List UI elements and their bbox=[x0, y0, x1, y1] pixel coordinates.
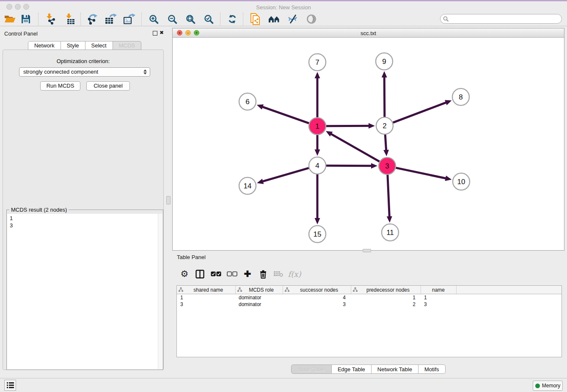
delete-table-icon[interactable] bbox=[271, 267, 286, 281]
select-all-rows-icon[interactable] bbox=[209, 267, 223, 281]
export-image-icon[interactable] bbox=[121, 12, 138, 26]
first-neighbors-icon[interactable] bbox=[266, 12, 282, 26]
table-cell[interactable]: dominator bbox=[235, 301, 283, 308]
tab-mcds[interactable]: MCDS bbox=[113, 41, 141, 50]
column-header-label: predecessor nodes bbox=[358, 287, 419, 293]
criterion-dropdown[interactable]: strongly connected component bbox=[19, 67, 150, 77]
save-session-icon[interactable] bbox=[18, 12, 34, 26]
column-header-successor-nodes[interactable]: successor nodes bbox=[283, 286, 351, 294]
graph-node-label: 11 bbox=[386, 229, 394, 237]
column-header-shared-name[interactable]: shared name bbox=[177, 286, 235, 294]
graph-edge-1-6[interactable] bbox=[261, 107, 309, 123]
import-network-icon[interactable] bbox=[42, 12, 58, 26]
table-row[interactable]: 1dominator411 bbox=[177, 294, 562, 301]
graph-node-label: 15 bbox=[314, 230, 322, 238]
deselect-all-rows-icon[interactable] bbox=[225, 267, 239, 281]
network-window-titlebar[interactable]: × − + scc.txt bbox=[173, 28, 564, 38]
table-settings-icon[interactable]: ⚙ bbox=[177, 267, 192, 281]
graph-node-label: 14 bbox=[244, 182, 252, 190]
result-scrollbar[interactable] bbox=[158, 214, 162, 369]
graph-edge-2-8[interactable] bbox=[393, 102, 447, 122]
edge-arrowhead bbox=[257, 179, 264, 184]
table-row[interactable]: 3dominator323 bbox=[177, 301, 562, 308]
dropdown-stepper-icon bbox=[142, 69, 148, 75]
import-table-icon[interactable] bbox=[62, 12, 78, 26]
control-panel-tabs: Network Style Select MCDS bbox=[0, 41, 169, 50]
mcds-result-area[interactable]: 1 3 bbox=[7, 214, 162, 369]
vertical-splitter-handle[interactable] bbox=[166, 196, 171, 204]
tab-node-table[interactable]: Node Table bbox=[291, 364, 332, 374]
open-file-icon[interactable] bbox=[2, 12, 18, 26]
refresh-icon[interactable] bbox=[224, 12, 240, 26]
search-input[interactable] bbox=[451, 15, 561, 23]
column-header-label: MCDS role bbox=[242, 287, 281, 293]
graph-edge-4-14[interactable] bbox=[262, 168, 309, 182]
create-column-icon[interactable]: ✚ bbox=[240, 267, 255, 281]
graph-edge-1-2[interactable] bbox=[326, 126, 370, 126]
graph-edge-3-11[interactable] bbox=[388, 175, 390, 218]
control-panel: Control Panel ✖ Network Style Select MCD… bbox=[0, 26, 169, 378]
zoom-out-icon[interactable] bbox=[164, 12, 180, 26]
close-panel-icon[interactable]: ✖ bbox=[160, 30, 164, 35]
memory-button[interactable]: Memory bbox=[533, 381, 563, 391]
edge-arrowhead bbox=[445, 176, 451, 181]
hide-selected-icon[interactable] bbox=[285, 12, 301, 26]
table-cell[interactable]: 3 bbox=[177, 301, 235, 308]
tab-edge-table[interactable]: Edge Table bbox=[332, 364, 372, 374]
criterion-value: strongly connected component bbox=[23, 68, 142, 76]
edge-arrowhead bbox=[315, 72, 320, 78]
tab-network-table[interactable]: Network Table bbox=[372, 364, 418, 374]
float-panel-icon[interactable] bbox=[153, 31, 157, 36]
export-network-icon[interactable] bbox=[84, 12, 100, 26]
task-history-button[interactable] bbox=[4, 380, 16, 391]
toolbar-separator bbox=[243, 13, 243, 25]
edge-arrowhead bbox=[369, 123, 375, 129]
table-cell[interactable]: 3 bbox=[421, 301, 456, 308]
table-cell[interactable]: 3 bbox=[283, 301, 351, 308]
graph-edge-2-9[interactable] bbox=[384, 76, 385, 117]
edge-arrowhead bbox=[315, 149, 320, 156]
tab-select[interactable]: Select bbox=[85, 41, 113, 50]
table-cell[interactable]: 1 bbox=[177, 294, 235, 301]
column-header-name[interactable]: name bbox=[421, 286, 456, 294]
zoom-in-icon[interactable] bbox=[146, 12, 162, 26]
edge-arrowhead bbox=[382, 71, 387, 77]
show-all-icon[interactable] bbox=[303, 12, 319, 26]
table-cell-filler bbox=[456, 301, 562, 308]
graph-edge-3-1[interactable] bbox=[330, 133, 379, 161]
show-columns-icon[interactable] bbox=[193, 267, 207, 281]
graph-edge-3-10[interactable] bbox=[396, 168, 447, 178]
graph-edge-4-3[interactable] bbox=[326, 166, 372, 166]
mcds-result-title: MCDS result (2 nodes) bbox=[9, 207, 69, 213]
table-cell[interactable]: 4 bbox=[283, 294, 351, 301]
close-panel-button[interactable]: Close panel bbox=[86, 81, 130, 91]
delete-column-icon[interactable] bbox=[256, 267, 270, 281]
window-title: Session: New Session bbox=[0, 4, 567, 11]
run-mcds-button[interactable]: Run MCDS bbox=[40, 81, 80, 91]
zoom-fit-icon[interactable] bbox=[182, 12, 198, 26]
toolbar-separator bbox=[38, 13, 39, 25]
horizontal-splitter-handle[interactable] bbox=[363, 249, 371, 252]
tab-style[interactable]: Style bbox=[61, 41, 85, 50]
edge-arrowhead bbox=[387, 216, 392, 223]
zoom-selected-icon[interactable] bbox=[201, 12, 217, 26]
table-cell-filler bbox=[456, 294, 562, 301]
edge-arrowhead bbox=[257, 104, 264, 109]
function-builder-icon[interactable]: f(x) bbox=[287, 267, 302, 281]
tab-motifs[interactable]: Motifs bbox=[418, 364, 446, 374]
graph-edge-2-3[interactable] bbox=[385, 135, 386, 151]
mcds-result-group: MCDS result (2 nodes) 1 3 bbox=[6, 210, 163, 370]
column-header-MCDS-role[interactable]: MCDS role bbox=[235, 286, 283, 294]
network-canvas[interactable]: 7968124314101511 bbox=[173, 38, 564, 251]
column-header-predecessor-nodes[interactable]: predecessor nodes bbox=[351, 286, 421, 294]
table-cell[interactable]: 1 bbox=[351, 294, 421, 301]
copy-network-icon[interactable] bbox=[247, 12, 263, 26]
graph-node-label: 3 bbox=[385, 162, 389, 170]
tab-network[interactable]: Network bbox=[28, 41, 61, 50]
table-cell[interactable]: dominator bbox=[235, 294, 283, 301]
column-type-icon bbox=[179, 287, 183, 292]
export-table-icon[interactable] bbox=[103, 12, 119, 26]
table-cell[interactable]: 2 bbox=[351, 301, 421, 308]
control-panel-title: Control Panel bbox=[4, 30, 38, 37]
table-cell[interactable]: 1 bbox=[421, 294, 456, 301]
